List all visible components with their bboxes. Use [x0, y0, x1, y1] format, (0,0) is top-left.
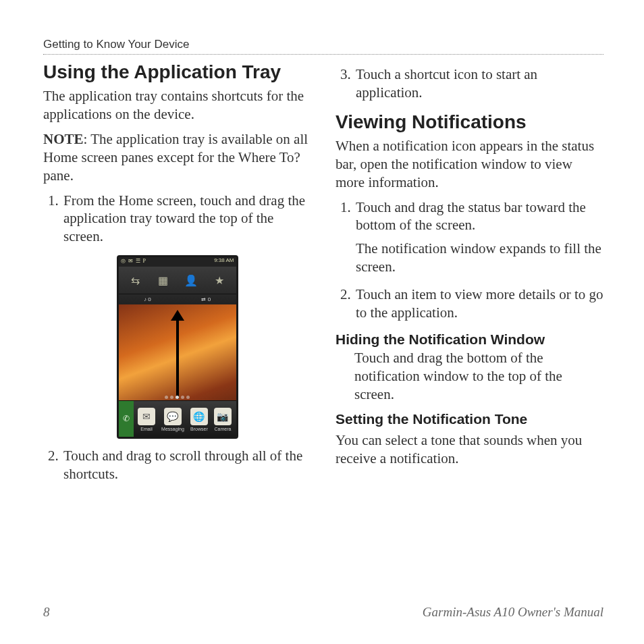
heading-using-app-tray: Using the Application Tray [43, 61, 311, 83]
notif-step-1-extra: The notification window expands to fill … [356, 240, 603, 276]
dock-messaging: 💬 Messaging [161, 408, 184, 431]
app-tray-steps: From the Home screen, touch and drag the… [43, 192, 311, 246]
app-tray-steps-cont2: Touch a shortcut icon to start an applic… [336, 65, 603, 102]
swap-icon: ⇆ [127, 272, 143, 288]
notif-step-2: Touch an item to view more details or to… [354, 286, 603, 322]
page-footer: 8 Garmin-Asus A10 Owner's Manual [43, 605, 603, 620]
drag-up-arrow-icon [176, 319, 179, 399]
app-tray-bar: ⇆ ▦ 👤 ★ ♪ 0 ⇄ 0 [119, 267, 236, 304]
manual-page: Getting to Know Your Device Using the Ap… [0, 0, 644, 644]
email-icon: ✉ [138, 408, 155, 425]
tray-meta-left: ♪ 0 [144, 296, 151, 302]
notification-tone-body: You can select a tone that sounds when y… [336, 431, 603, 468]
call-button-icon: ✆ [119, 401, 134, 437]
phone-screenshot: ◎ ✉ ☰ P 9:38 AM ⇆ ▦ 👤 ★ ♪ 0 ⇄ 0 [117, 255, 238, 439]
step-3: Touch a shortcut icon to start an applic… [354, 65, 603, 102]
hiding-notification-body: Touch and drag the bottom of the notific… [354, 349, 603, 404]
dock-label: Email [140, 427, 153, 431]
notif-step-1-text: Touch and drag the status bar toward the… [356, 199, 586, 234]
screenshot-figure: ◎ ✉ ☰ P 9:38 AM ⇆ ▦ 👤 ★ ♪ 0 ⇄ 0 [43, 255, 311, 439]
star-icon: ★ [211, 272, 227, 288]
status-time: 9:38 AM [214, 257, 234, 263]
notification-steps: Touch and drag the status bar toward the… [336, 198, 603, 322]
notifications-intro: When a notification icon appears in the … [336, 137, 603, 192]
page-indicator [119, 394, 236, 400]
two-column-layout: Using the Application Tray The applicati… [43, 59, 603, 493]
note-body: : The application tray is available on a… [43, 131, 308, 184]
heading-viewing-notifications: Viewing Notifications [336, 111, 603, 133]
page-number: 8 [43, 605, 50, 620]
app-tray-steps-cont: Touch and drag to scroll through all of … [43, 447, 311, 483]
status-bar: ◎ ✉ ☰ P 9:38 AM [119, 257, 236, 267]
dock-browser: 🌐 Browser [190, 408, 208, 431]
dock-label: Messaging [161, 427, 184, 431]
step-2: Touch and drag to scroll through all of … [62, 447, 311, 483]
app-tray-intro: The application tray contains shortcuts … [43, 87, 311, 124]
dock-email: ✉ Email [138, 408, 155, 431]
dock-label: Camera [215, 427, 232, 431]
app-tray-note: NOTE: The application tray is available … [43, 130, 311, 185]
section-header: Getting to Know Your Device [43, 38, 603, 55]
heading-hiding-notification: Hiding the Notification Window [336, 331, 603, 348]
person-icon: 👤 [183, 272, 199, 288]
tray-meta-right: ⇄ 0 [201, 296, 211, 302]
dock-label: Browser [190, 427, 208, 431]
browser-icon: 🌐 [190, 408, 208, 425]
step-1: From the Home screen, touch and drag the… [62, 192, 311, 246]
dock-camera: 📷 Camera [214, 408, 232, 431]
camera-icon: 📷 [214, 408, 232, 425]
app-tray-icons: ⇆ ▦ 👤 ★ [119, 267, 236, 294]
status-icons-left: ◎ ✉ ☰ P [121, 258, 146, 264]
app-tray-meta: ♪ 0 ⇄ 0 [119, 294, 236, 304]
right-column: Touch a shortcut icon to start an applic… [336, 59, 603, 493]
note-label: NOTE [43, 131, 84, 147]
left-column: Using the Application Tray The applicati… [43, 59, 311, 493]
dock-bar: ✆ ✉ Email 💬 Messaging 🌐 [119, 400, 236, 437]
heading-notification-tone: Setting the Notification Tone [336, 411, 603, 427]
notif-step-1: Touch and drag the status bar toward the… [354, 198, 603, 277]
dock-apps: ✉ Email 💬 Messaging 🌐 Browser [134, 401, 236, 437]
manual-title: Garmin-Asus A10 Owner's Manual [423, 605, 603, 620]
messaging-icon: 💬 [164, 408, 182, 425]
grid-icon: ▦ [155, 272, 171, 288]
